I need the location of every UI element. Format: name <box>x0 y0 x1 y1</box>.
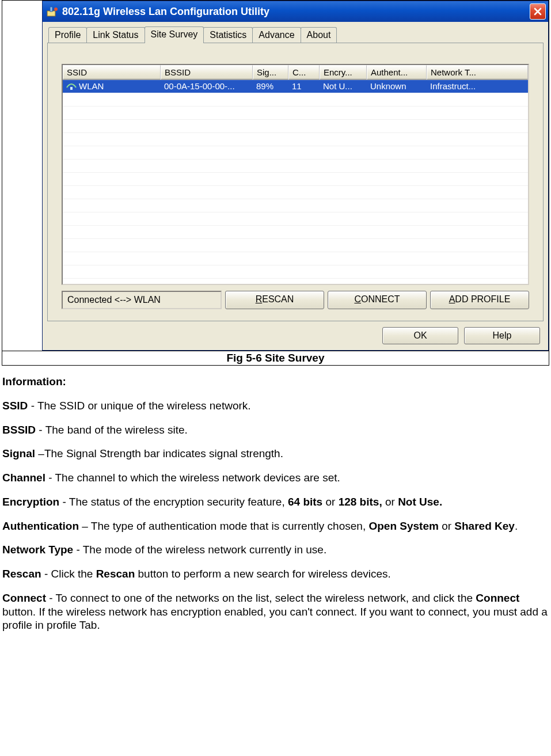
cell: 11 <box>288 80 320 93</box>
empty-row <box>63 252 528 265</box>
empty-row <box>63 173 528 186</box>
status-row: Connected <--> WLAN RESCAN CONNECT ADD P… <box>62 291 529 309</box>
bssid-desc: BSSID - The band of the wireless site. <box>2 423 549 437</box>
empty-row <box>63 159 528 173</box>
empty-row <box>63 107 528 120</box>
cell: WLAN <box>63 80 161 93</box>
add-profile-button[interactable]: ADD PROFILE <box>430 291 529 309</box>
tab-profile[interactable]: Profile <box>48 27 87 43</box>
empty-row <box>63 93 528 107</box>
tab-about[interactable]: About <box>301 27 337 43</box>
rescan-button[interactable]: RESCAN <box>225 291 324 309</box>
close-button[interactable] <box>530 3 546 20</box>
connection-status: Connected <--> WLAN <box>62 291 222 309</box>
close-icon <box>534 7 542 16</box>
tab-panel-site-survey: SSIDBSSIDSig...C...Encry...Authent...Net… <box>47 43 544 321</box>
titlebar: 802.11g Wireless Lan Configuration Utili… <box>43 1 548 22</box>
information-heading: Information: <box>2 375 66 388</box>
empty-row <box>63 146 528 159</box>
document-body: Information: SSID - The SSID or unique o… <box>0 375 551 632</box>
tab-link-status[interactable]: Link Status <box>86 27 145 43</box>
list-body: WLAN00-0A-15-00-00-...89%11Not U...Unkno… <box>63 80 528 285</box>
column-header[interactable]: Authent... <box>367 65 427 79</box>
empty-row <box>63 199 528 212</box>
app-icon <box>46 5 59 18</box>
cell: Infrastruct... <box>427 80 528 93</box>
column-header[interactable]: Sig... <box>253 65 288 79</box>
cell: 00-0A-15-00-00-... <box>161 80 253 93</box>
cell: Not U... <box>320 80 367 93</box>
svg-rect-3 <box>70 87 73 90</box>
empty-row <box>63 133 528 146</box>
empty-row <box>63 186 528 199</box>
empty-row <box>63 226 528 239</box>
network-list[interactable]: SSIDBSSIDSig...C...Encry...Authent...Net… <box>62 64 529 285</box>
signal-desc: Signal –The Signal Strength bar indicate… <box>2 447 549 461</box>
encryption-desc: Encryption - The status of the encryptio… <box>2 495 549 509</box>
wifi-icon <box>66 82 77 90</box>
cell: Unknown <box>367 80 427 93</box>
tab-site-survey[interactable]: Site Survey <box>145 26 204 43</box>
list-header: SSIDBSSIDSig...C...Encry...Authent...Net… <box>63 65 528 80</box>
networktype-desc: Network Type - The mode of the wireless … <box>2 543 549 557</box>
svg-rect-1 <box>50 7 52 12</box>
network-row[interactable]: WLAN00-0A-15-00-00-...89%11Not U...Unkno… <box>63 80 528 93</box>
help-button[interactable]: Help <box>464 327 540 344</box>
tab-statistics[interactable]: Statistics <box>203 27 253 43</box>
empty-row <box>63 120 528 133</box>
window-title: 802.11g Wireless Lan Configuration Utili… <box>62 6 530 18</box>
client-area: ProfileLink StatusSite SurveyStatisticsA… <box>43 22 548 350</box>
column-header[interactable]: BSSID <box>161 65 253 79</box>
app-window: 802.11g Wireless Lan Configuration Utili… <box>42 1 549 351</box>
column-header[interactable]: SSID <box>63 65 161 79</box>
cell: 89% <box>253 80 288 93</box>
ok-button[interactable]: OK <box>382 327 458 344</box>
column-header[interactable]: Encry... <box>320 65 367 79</box>
empty-row <box>63 212 528 226</box>
tab-advance[interactable]: Advance <box>252 27 301 43</box>
column-header[interactable]: C... <box>288 65 320 79</box>
authentication-desc: Authentication – The type of authenticat… <box>2 519 549 533</box>
svg-point-2 <box>54 7 58 11</box>
tab-strip: ProfileLink StatusSite SurveyStatisticsA… <box>47 26 544 43</box>
connect-button[interactable]: CONNECT <box>328 291 427 309</box>
ssid-desc: SSID - The SSID or unique of the wireles… <box>2 399 549 413</box>
empty-row <box>63 279 528 285</box>
figure-container: 802.11g Wireless Lan Configuration Utili… <box>2 0 549 351</box>
channel-desc: Channel - The channel to which the wirel… <box>2 471 549 485</box>
column-header[interactable]: Network T... <box>427 65 528 79</box>
rescan-desc: Rescan - Click the Rescan button to perf… <box>2 567 549 581</box>
dialog-buttons: OK Help <box>47 321 544 344</box>
figure-caption: Fig 5-6 Site Survey <box>2 351 549 366</box>
connect-desc: Connect - To connect to one of the netwo… <box>2 591 549 632</box>
empty-row <box>63 239 528 252</box>
empty-row <box>63 265 528 279</box>
